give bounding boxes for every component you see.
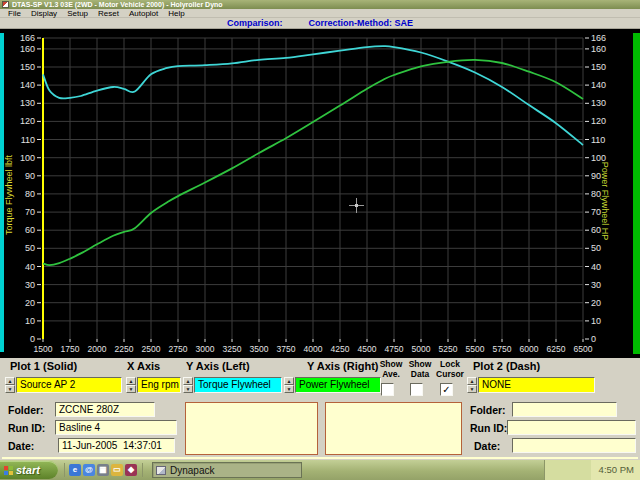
y-axis-left-title: Torque Flywheel lbft <box>4 154 14 235</box>
info-bar: Comparison: Correction-Method: SAE <box>0 18 640 29</box>
notes-box-2[interactable] <box>325 402 462 455</box>
spinner-up-icon[interactable]: ▲ <box>467 377 477 385</box>
x-tick-label: 3750 <box>277 344 296 354</box>
lock-cursor-label: Lock Cursor <box>431 360 469 380</box>
taskbar-button-dynapack[interactable]: Dynapack <box>152 462 302 478</box>
y-tick-label-left: 160 <box>20 44 35 54</box>
y-tick-label-left: 50 <box>25 243 35 253</box>
spinner-up-icon[interactable]: ▲ <box>183 377 193 385</box>
paint-icon[interactable]: ◆ <box>125 464 137 476</box>
x-tick-label: 2250 <box>115 344 134 354</box>
mail-icon[interactable]: @ <box>83 464 95 476</box>
y-tick-label-right: 20 <box>591 298 601 308</box>
run-id-field-right[interactable] <box>507 420 636 435</box>
y-tick-label-right: 70 <box>591 207 601 217</box>
menu-help[interactable]: Help <box>163 9 189 18</box>
folder-field-left[interactable]: ZCCNE 280Z <box>55 402 155 417</box>
y-tick-label-left: 60 <box>25 225 35 235</box>
y-tick-label-left: 90 <box>25 171 35 181</box>
spinner-up-icon[interactable]: ▲ <box>126 377 136 385</box>
plot1-field[interactable]: Source AP 2 <box>16 377 122 393</box>
x-tick-label: 2000 <box>88 344 107 354</box>
spinner-down-icon[interactable]: ▼ <box>126 385 136 393</box>
x-tick-label: 2750 <box>169 344 188 354</box>
x-tick-label: 4750 <box>385 344 404 354</box>
menu-reset[interactable]: Reset <box>93 9 124 18</box>
plot2-field[interactable]: NONE <box>478 377 595 393</box>
y-tick-label-right: 90 <box>591 171 601 181</box>
app-grid-icon[interactable]: ▦ <box>97 464 109 476</box>
spinner-down-icon[interactable]: ▼ <box>183 385 193 393</box>
lock-cursor-checkbox[interactable]: ✓ <box>440 383 453 396</box>
y-tick-label-left: 166 <box>20 33 35 43</box>
spinner-up-icon[interactable]: ▲ <box>284 377 294 385</box>
show-data-checkbox[interactable] <box>410 383 423 396</box>
notes-box-1[interactable] <box>185 402 318 455</box>
folder-field-right[interactable] <box>512 402 617 417</box>
folder-icon[interactable]: ▭ <box>111 464 123 476</box>
spinner-down-icon[interactable]: ▼ <box>5 385 15 393</box>
yaxis-left-field[interactable]: Torque Flywheel <box>194 377 282 393</box>
yaxis-right-spinner[interactable]: ▲▼ <box>284 377 294 393</box>
quick-launch-bar: e@▦▭◆ <box>69 464 137 476</box>
menu-autoplot[interactable]: Autoplot <box>124 9 163 18</box>
run-id-field-left[interactable]: Basline 4 <box>55 420 177 435</box>
dyno-chart[interactable]: 0010102020303040405050606070708080909010… <box>0 29 640 358</box>
yaxis-left-spinner[interactable]: ▲▼ <box>183 377 193 393</box>
y-tick-label-right: 140 <box>591 80 606 90</box>
date-field-right[interactable] <box>512 438 636 453</box>
comparison-label: Comparison: <box>227 18 283 29</box>
xaxis-field[interactable]: Eng rpm <box>137 377 181 393</box>
y-axis-right-title: Power Flywheel HP <box>600 162 610 241</box>
x-tick-label: 4000 <box>304 344 323 354</box>
run-id-label-right: Run ID: <box>470 422 507 434</box>
x-tick-label: 6500 <box>574 344 593 354</box>
y-tick-label-left: 40 <box>25 262 35 272</box>
correction-method-label: Correction-Method: SAE <box>309 18 414 29</box>
y-tick-label-right: 130 <box>591 98 606 108</box>
yaxis-right-header: Y Axis (Right) <box>307 360 379 372</box>
xaxis-header: X Axis <box>127 360 160 372</box>
y-tick-label-right: 40 <box>591 262 601 272</box>
y-tick-label-left: 80 <box>25 189 35 199</box>
crosshair-cursor <box>349 198 364 213</box>
y-tick-label-left: 20 <box>25 298 35 308</box>
date-field-left[interactable]: 11-Jun-2005 14:37:01 <box>58 438 175 453</box>
x-tick-label: 5000 <box>412 344 431 354</box>
spinner-down-icon[interactable]: ▼ <box>467 385 477 393</box>
spinner-up-icon[interactable]: ▲ <box>5 377 15 385</box>
menu-display[interactable]: Display <box>26 9 62 18</box>
x-tick-label: 4500 <box>358 344 377 354</box>
x-tick-label: 6250 <box>547 344 566 354</box>
start-button[interactable]: start <box>0 461 58 479</box>
task-label: Dynapack <box>170 465 214 476</box>
xaxis-spinner[interactable]: ▲▼ <box>126 377 136 393</box>
plot2-spinner[interactable]: ▲▼ <box>467 377 477 393</box>
y-tick-label-right: 166 <box>591 33 606 43</box>
x-tick-label: 3500 <box>250 344 269 354</box>
folder-label-right: Folder: <box>470 404 506 416</box>
plot1-spinner[interactable]: ▲▼ <box>5 377 15 393</box>
show-ave-checkbox[interactable] <box>381 383 394 396</box>
y-tick-label-right: 110 <box>591 135 605 145</box>
system-tray: 4:50 PM <box>544 460 640 480</box>
menu-file[interactable]: File <box>3 9 26 18</box>
y-tick-label-left: 150 <box>20 62 35 72</box>
taskbar-clock[interactable]: 4:50 PM <box>599 464 634 475</box>
x-tick-label: 3250 <box>223 344 242 354</box>
control-panel: Plot 1 (Solid) X Axis Y Axis (Left) Y Ax… <box>0 358 640 460</box>
yaxis-right-field[interactable]: Power Flywheel <box>295 377 381 393</box>
dynapack-icon <box>156 466 166 475</box>
y-tick-label-right: 30 <box>591 280 601 290</box>
menu-setup[interactable]: Setup <box>62 9 93 18</box>
ie-icon[interactable]: e <box>69 464 81 476</box>
chart-panel: 0010102020303040405050606070708080909010… <box>0 29 640 358</box>
y-tick-label-left: 70 <box>25 207 35 217</box>
y-tick-label-right: 120 <box>591 116 606 126</box>
x-tick-label: 6000 <box>520 344 539 354</box>
spinner-down-icon[interactable]: ▼ <box>284 385 294 393</box>
y-tick-label-left: 30 <box>25 280 35 290</box>
yaxis-left-header: Y Axis (Left) <box>186 360 250 372</box>
folder-label-left: Folder: <box>8 404 44 416</box>
y-tick-label-left: 130 <box>20 98 35 108</box>
